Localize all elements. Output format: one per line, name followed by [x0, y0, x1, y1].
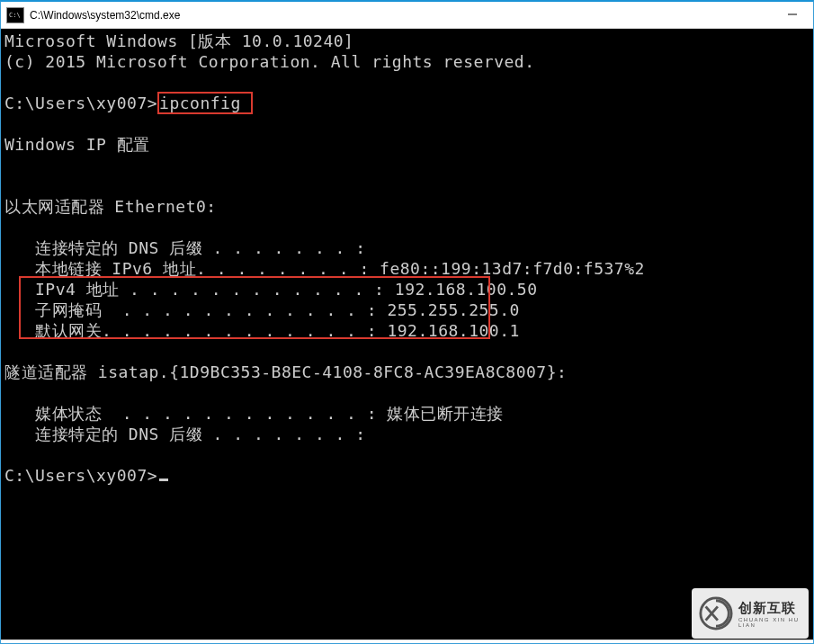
- adapter-heading: 以太网适配器 Ethernet0:: [4, 197, 217, 216]
- cmd-window: C:\ C:\Windows\system32\cmd.exe Microsof…: [0, 0, 814, 644]
- svg-point-3: [701, 598, 731, 629]
- cursor: [159, 479, 168, 481]
- window-controls: [772, 2, 813, 28]
- bottom-bar: [1, 640, 813, 643]
- dns-suffix-line: 连接特定的 DNS 后缀 . . . . . . . :: [4, 238, 366, 257]
- watermark-text-cn: 创新互联: [738, 600, 801, 617]
- minimize-button[interactable]: [772, 2, 813, 27]
- section-heading: Windows IP 配置: [4, 135, 150, 154]
- os-header: Microsoft Windows [版本 10.0.10240]: [4, 31, 353, 50]
- copyright: (c) 2015 Microsoft Corporation. All righ…: [4, 52, 535, 71]
- svg-text:C:\: C:\: [9, 12, 21, 19]
- ipv6-line: 本地链接 IPv6 地址. . . . . . . . : fe80::199:…: [4, 259, 645, 278]
- highlighted-command: ipconfig: [157, 92, 253, 114]
- ipv4-line: IPv4 地址 . . . . . . . . . . . . : 192.16…: [4, 280, 538, 299]
- dns-suffix-line: 连接特定的 DNS 后缀 . . . . . . . :: [4, 425, 366, 443]
- terminal-output[interactable]: Microsoft Windows [版本 10.0.10240] (c) 20…: [1, 29, 813, 640]
- gateway-line: 默认网关. . . . . . . . . . . . . : 192.168.…: [4, 321, 520, 340]
- watermark: 创新互联 CHUANG XIN HU LIAN: [692, 588, 809, 639]
- cmd-icon: C:\: [6, 7, 24, 23]
- watermark-logo-icon: [699, 596, 733, 631]
- prompt: C:\Users\xy007>: [4, 466, 157, 485]
- subnet-line: 子网掩码 . . . . . . . . . . . . : 255.255.2…: [4, 300, 520, 319]
- watermark-text-en: CHUANG XIN HU LIAN: [738, 617, 801, 628]
- media-state-line: 媒体状态 . . . . . . . . . . . . : 媒体已断开连接: [4, 404, 504, 423]
- adapter-heading: 隧道适配器 isatap.{1D9BC353-B8EC-4108-8FC8-AC…: [4, 362, 567, 381]
- prompt: C:\Users\xy007>: [4, 94, 157, 112]
- title-bar[interactable]: C:\ C:\Windows\system32\cmd.exe: [1, 2, 813, 29]
- window-title: C:\Windows\system32\cmd.exe: [30, 9, 772, 22]
